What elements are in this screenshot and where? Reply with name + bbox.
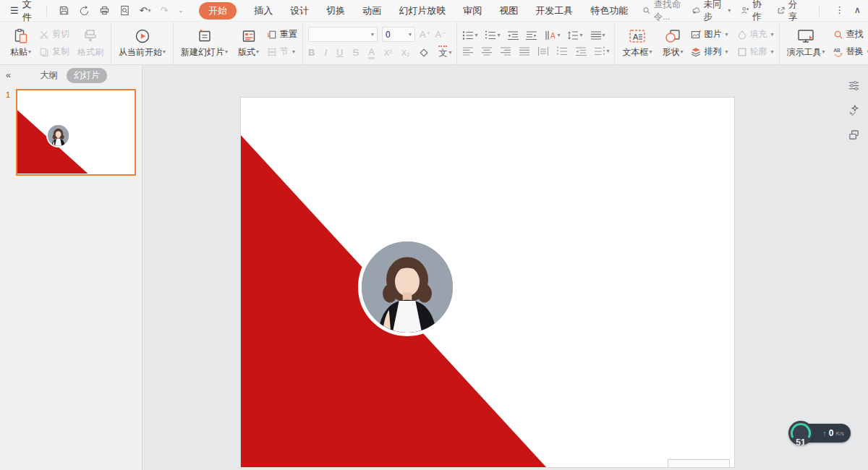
align-left-icon[interactable] (462, 46, 474, 56)
bullet-list-icon[interactable] (462, 30, 474, 40)
tab-transitions[interactable]: 切换 (326, 4, 345, 17)
share-button[interactable]: 分享 (777, 0, 803, 23)
textbox-button[interactable]: 文本框▾ (620, 27, 654, 60)
chevron-down-icon: ▾ (606, 48, 609, 54)
portrait-image[interactable] (358, 238, 456, 336)
font-size-select[interactable]: 0 ▾ (382, 27, 415, 42)
text-spacing-icon[interactable] (594, 46, 605, 56)
replace-button[interactable]: 替换 ▾ (833, 46, 868, 58)
cut-button[interactable]: 剪切 (39, 28, 69, 40)
collapse-panel-icon[interactable]: « (6, 71, 11, 80)
distribute-text-icon[interactable] (537, 46, 549, 56)
clear-format-icon[interactable] (419, 48, 429, 58)
tab-design[interactable]: 设计 (290, 4, 309, 17)
more-options-icon[interactable]: ⋮ (835, 6, 844, 15)
copy-button[interactable]: 复制 (39, 46, 69, 58)
tab-slideshow[interactable]: 幻灯片放映 (399, 4, 446, 17)
qat-customize-icon[interactable]: ⌄ (178, 8, 183, 14)
right-sidebar (848, 80, 860, 141)
font-color-button[interactable]: A (368, 46, 375, 59)
shapes-button[interactable]: 形状▾ (660, 27, 685, 60)
collaborate-button[interactable]: 协作 (741, 0, 767, 23)
beautify-sparkle-icon[interactable] (848, 104, 860, 116)
chevron-down-icon: ▾ (725, 32, 728, 38)
superscript-button[interactable]: X² (384, 48, 392, 57)
tab-outline[interactable]: 大纲 (40, 69, 58, 82)
print-preview-icon[interactable] (119, 5, 130, 16)
tab-view[interactable]: 视图 (499, 4, 518, 17)
canvas-area[interactable] (142, 65, 868, 470)
italic-button[interactable]: I (324, 47, 327, 58)
phonetic-guide-button[interactable]: 文 (438, 46, 447, 59)
text-direction-icon[interactable] (545, 30, 556, 40)
present-tools-button[interactable]: 演示工具▾ (785, 27, 827, 60)
tab-insert[interactable]: 插入 (254, 4, 273, 17)
save-icon[interactable] (59, 5, 69, 16)
strikethrough-button[interactable]: S (352, 47, 359, 58)
chevron-down-icon: ▾ (557, 33, 560, 38)
layout-icon (241, 28, 257, 44)
find-command-search[interactable]: 查找命令... (642, 0, 692, 23)
undo-icon: ↶ (140, 6, 148, 15)
reset-button[interactable]: 重置 (267, 28, 297, 40)
tab-developer[interactable]: 开发工具 (535, 4, 573, 17)
align-center-icon[interactable] (481, 46, 493, 56)
layout-button[interactable]: 版式▾ (236, 27, 261, 60)
justify-icon[interactable] (519, 46, 530, 56)
material-library-icon[interactable] (848, 129, 860, 141)
red-triangle-shape[interactable] (241, 98, 734, 467)
format-painter-button[interactable]: 格式刷 (75, 27, 106, 60)
paste-button[interactable]: 粘贴▾ (8, 27, 33, 60)
slide-canvas[interactable] (241, 98, 734, 467)
line-spacing-icon[interactable] (567, 30, 579, 40)
copy-icon (39, 47, 49, 57)
decrease-indent-icon[interactable] (507, 30, 519, 40)
align-right-icon[interactable] (500, 46, 511, 56)
collapse-ribbon-icon[interactable]: ∧ (854, 6, 861, 15)
hamburger-icon: ☰ (10, 6, 19, 15)
tab-special-features[interactable]: 特色功能 (590, 4, 628, 17)
numbered-list-icon[interactable] (485, 30, 496, 40)
divider (819, 5, 820, 17)
present-tools-label: 演示工具 (787, 46, 822, 59)
fill-button[interactable]: 填充 ▾ (737, 28, 774, 40)
print-icon[interactable] (99, 5, 110, 16)
picture-button[interactable]: 图片 ▾ (691, 28, 728, 40)
font-family-select[interactable]: ▾ (308, 27, 378, 42)
subscript-button[interactable]: X₂ (401, 48, 410, 57)
play-from-current-button[interactable]: 从当前开始▾ (116, 27, 168, 60)
right-to-left-icon[interactable] (575, 46, 587, 56)
section-button[interactable]: 节 ▾ (267, 46, 297, 58)
network-speed-widget[interactable]: ↑ 0 K/s 51 (788, 421, 851, 445)
shapes-icon (663, 28, 682, 44)
export-icon[interactable] (79, 5, 90, 16)
undo-button[interactable]: ↶ ▾ (140, 6, 151, 15)
underline-button[interactable]: U (336, 47, 343, 58)
new-slide-button[interactable]: 新建幻灯片▾ (179, 27, 230, 60)
increase-font-icon[interactable]: A⁺ (420, 30, 431, 39)
paragraph-settings-icon[interactable] (590, 30, 602, 40)
share-label: 分享 (788, 0, 803, 23)
chevron-down-icon: ▾ (448, 50, 451, 56)
arrange-button[interactable]: 排列 ▾ (691, 46, 728, 58)
left-to-right-icon[interactable] (556, 46, 568, 56)
chevron-down-icon: ▾ (163, 49, 166, 55)
paste-icon (13, 28, 29, 44)
outline-button[interactable]: 轮廓 ▾ (737, 46, 774, 58)
tab-home[interactable]: 开始 (199, 2, 237, 20)
tab-slides[interactable]: 幻灯片 (67, 68, 107, 83)
sync-status-button[interactable]: 未同步 ▾ (692, 0, 731, 23)
increase-indent-icon[interactable] (526, 30, 537, 40)
tab-review[interactable]: 审阅 (463, 4, 482, 17)
play-group: 从当前开始▾ (111, 22, 174, 64)
properties-sliders-icon[interactable] (848, 80, 860, 92)
tab-animation[interactable]: 动画 (362, 4, 381, 17)
redo-icon: ↷ (161, 6, 169, 15)
slide-thumbnail[interactable] (16, 89, 136, 176)
partial-placeholder-shape[interactable] (668, 459, 730, 467)
decrease-font-icon[interactable]: A⁻ (435, 30, 447, 39)
find-button[interactable]: 查找 (833, 28, 868, 40)
chevron-down-icon: ▾ (579, 33, 582, 38)
bold-button[interactable]: B (308, 47, 315, 58)
projector-icon (796, 28, 815, 44)
